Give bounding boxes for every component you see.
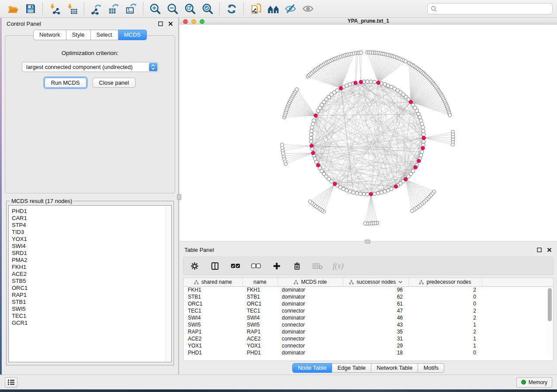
- delete-column-button[interactable]: [291, 260, 303, 272]
- cell-name[interactable]: PHD1: [242, 349, 277, 356]
- criterion-select[interactable]: largest connected component (undirected): [22, 62, 158, 72]
- tab-edge-table[interactable]: Edge Table: [332, 363, 371, 373]
- mcds-result-item[interactable]: GCR1: [12, 320, 166, 327]
- refresh-button[interactable]: [223, 1, 240, 16]
- cell-successor-nodes[interactable]: 46: [343, 314, 408, 321]
- mcds-result-item[interactable]: STP4: [12, 222, 166, 229]
- mcds-result-item[interactable]: CAR1: [12, 215, 166, 222]
- cell-successor-nodes[interactable]: 18: [343, 349, 408, 356]
- cell-successor-nodes[interactable]: 62: [343, 293, 408, 300]
- splitter-handle[interactable]: [177, 194, 181, 200]
- mcds-result-item[interactable]: PHD1: [12, 208, 166, 215]
- add-column-button[interactable]: [271, 260, 282, 272]
- zoom-selected-button[interactable]: [199, 1, 216, 16]
- table-scrollbar[interactable]: [547, 287, 552, 359]
- table-row[interactable]: SWI4SWI4dominator462: [183, 314, 553, 321]
- cell-successor-nodes[interactable]: 47: [343, 307, 408, 314]
- table-row[interactable]: SWI5SWI5connector431: [183, 321, 553, 328]
- first-neighbors-button[interactable]: [264, 1, 282, 16]
- cell-name[interactable]: SWI5: [242, 321, 277, 328]
- cell-name[interactable]: ORC1: [242, 300, 277, 307]
- cell-successor-nodes[interactable]: 43: [343, 321, 408, 328]
- cell-MCDS-role[interactable]: dominator: [277, 328, 343, 335]
- cell-predecessor-nodes[interactable]: 1: [408, 335, 482, 342]
- show-columns-button[interactable]: [209, 260, 221, 272]
- cell-shared-name[interactable]: SWI4: [183, 314, 242, 321]
- mcds-result-item[interactable]: FKH1: [12, 264, 166, 271]
- table-row[interactable]: PHD1PHD1dominator180: [183, 349, 553, 356]
- cell-predecessor-nodes[interactable]: 0: [408, 349, 482, 356]
- mcds-result-item[interactable]: SRD1: [12, 250, 166, 257]
- mcds-result-item[interactable]: PMA2: [12, 257, 166, 264]
- cell-MCDS-role[interactable]: dominator: [277, 293, 343, 300]
- save-session-button[interactable]: [22, 1, 39, 16]
- cell-predecessor-nodes[interactable]: 2: [408, 307, 482, 314]
- table-row[interactable]: FKH1FKH1dominator962: [183, 286, 553, 293]
- function-builder-button[interactable]: f(x): [332, 260, 344, 272]
- table-row[interactable]: TEC1TEC1connector472: [183, 307, 553, 314]
- mcds-result-item[interactable]: SWI4: [12, 243, 166, 250]
- cell-MCDS-role[interactable]: connector: [277, 321, 343, 328]
- mcds-result-item[interactable]: TEC1: [12, 313, 166, 320]
- select-all-rows-button[interactable]: [230, 260, 241, 272]
- export-network-button[interactable]: [87, 1, 105, 16]
- mcds-result-item[interactable]: STB5: [12, 278, 166, 285]
- mcds-result-item[interactable]: TID3: [12, 229, 166, 236]
- cell-MCDS-role[interactable]: connector: [277, 335, 343, 342]
- zoom-fit-button[interactable]: [181, 1, 199, 16]
- open-file-button[interactable]: [4, 1, 22, 16]
- deselect-all-rows-button[interactable]: [250, 260, 262, 272]
- memory-button[interactable]: Memory: [516, 377, 552, 388]
- cell-name[interactable]: STB1: [242, 293, 277, 300]
- cell-name[interactable]: RAP1: [242, 328, 277, 335]
- float-panel-button[interactable]: [536, 247, 542, 253]
- cell-name[interactable]: FKH1: [242, 286, 277, 293]
- run-mcds-button[interactable]: Run MCDS: [45, 78, 86, 88]
- cell-predecessor-nodes[interactable]: 2: [408, 328, 482, 335]
- cell-predecessor-nodes[interactable]: 2: [408, 286, 482, 293]
- mcds-result-item[interactable]: YOX1: [12, 236, 166, 243]
- cell-shared-name[interactable]: PHD1: [183, 349, 242, 356]
- search-input[interactable]: [440, 6, 549, 12]
- table-row[interactable]: RAP1RAP1dominator352: [183, 328, 553, 335]
- cell-shared-name[interactable]: ACE2: [183, 335, 242, 342]
- column-header-MCDS-role[interactable]: MCDS role: [277, 278, 343, 286]
- splitter-handle[interactable]: [365, 240, 370, 244]
- mcds-result-item[interactable]: ORC1: [12, 285, 166, 292]
- network-canvas[interactable]: [180, 24, 557, 242]
- maximize-window-icon[interactable]: [200, 19, 204, 24]
- column-header-shared-name[interactable]: shared name: [183, 278, 242, 286]
- cell-shared-name[interactable]: FKH1: [183, 286, 242, 293]
- cell-predecessor-nodes[interactable]: 1: [408, 321, 482, 328]
- tab-mcds[interactable]: MCDS: [118, 30, 147, 40]
- network-graph[interactable]: [180, 24, 557, 240]
- mcds-result-item[interactable]: STB1: [12, 299, 166, 306]
- cell-predecessor-nodes[interactable]: 1: [408, 342, 482, 349]
- table-mode-button[interactable]: [189, 260, 200, 272]
- cell-shared-name[interactable]: SWI5: [183, 321, 242, 328]
- cell-shared-name[interactable]: ORC1: [183, 300, 242, 307]
- cell-shared-name[interactable]: YOX1: [183, 342, 242, 349]
- table-row[interactable]: ACE2ACE2connector311: [183, 335, 553, 342]
- cell-predecessor-nodes[interactable]: 0: [408, 293, 482, 300]
- tab-select[interactable]: Select: [91, 30, 118, 40]
- cell-successor-nodes[interactable]: 31: [343, 335, 408, 342]
- import-network-button[interactable]: [46, 1, 63, 16]
- task-history-button[interactable]: [5, 377, 17, 388]
- tab-network[interactable]: Network: [33, 30, 66, 40]
- export-table-button[interactable]: [105, 1, 122, 16]
- cell-MCDS-role[interactable]: connector: [277, 307, 343, 314]
- delete-table-button[interactable]: [312, 260, 323, 272]
- cell-successor-nodes[interactable]: 61: [343, 300, 408, 307]
- column-header-predecessor-nodes[interactable]: predecessor nodes: [408, 278, 482, 286]
- minimize-window-icon[interactable]: [191, 19, 196, 24]
- hide-selected-button[interactable]: [282, 1, 299, 16]
- cell-shared-name[interactable]: TEC1: [183, 307, 242, 314]
- tab-network-table[interactable]: Network Table: [371, 363, 418, 373]
- close-panel-button[interactable]: [167, 21, 173, 27]
- import-table-button[interactable]: [63, 1, 81, 16]
- cell-name[interactable]: YOX1: [242, 342, 277, 349]
- cell-MCDS-role[interactable]: connector: [277, 342, 343, 349]
- export-image-button[interactable]: [122, 1, 140, 16]
- cell-shared-name[interactable]: STB1: [183, 293, 242, 300]
